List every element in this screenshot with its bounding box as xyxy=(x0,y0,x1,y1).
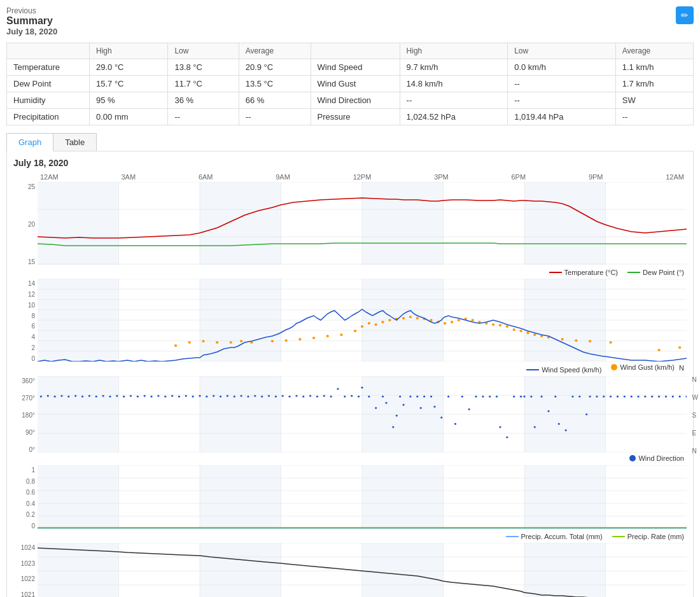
svg-point-106 xyxy=(88,395,90,397)
svg-point-195 xyxy=(658,396,660,398)
pressure-chart-panel: 1024 1023 1022 1021 1020 xyxy=(13,543,687,597)
svg-point-37 xyxy=(202,340,204,342)
svg-point-115 xyxy=(150,396,152,398)
windgust-legend-dot xyxy=(611,364,617,370)
svg-point-73 xyxy=(526,332,529,334)
svg-point-121 xyxy=(192,396,194,398)
svg-point-160 xyxy=(433,406,435,408)
temp-legend-line xyxy=(549,272,562,273)
svg-point-141 xyxy=(330,396,332,398)
svg-point-47 xyxy=(340,334,342,336)
svg-point-56 xyxy=(409,316,412,318)
svg-point-99 xyxy=(40,396,42,398)
wind-chart-svg xyxy=(38,279,687,362)
wind-dir-y-axis: 360° 270° 180° 90° 0° xyxy=(13,376,38,454)
svg-point-114 xyxy=(144,395,146,397)
svg-point-51 xyxy=(375,323,377,326)
svg-point-125 xyxy=(220,396,221,398)
precip-legend: Precip. Accum. Total (mm) Precip. Rate (… xyxy=(13,531,687,543)
svg-point-55 xyxy=(402,317,405,320)
svg-point-107 xyxy=(95,396,97,398)
svg-point-198 xyxy=(679,396,681,398)
svg-point-185 xyxy=(589,396,591,398)
svg-rect-0 xyxy=(38,182,119,265)
svg-point-142 xyxy=(337,388,339,390)
svg-point-110 xyxy=(116,395,118,397)
svg-rect-222 xyxy=(524,543,606,597)
svg-point-118 xyxy=(171,395,173,397)
svg-point-65 xyxy=(471,319,473,321)
svg-point-135 xyxy=(288,396,290,398)
svg-point-168 xyxy=(489,396,491,398)
wind-speed-chart-panel: 14 12 10 8 6 4 2 0 xyxy=(13,279,687,363)
precip-chart-panel: 1 0.8 0.6 0.4 0.2 0 xyxy=(13,465,687,531)
svg-point-48 xyxy=(354,330,356,332)
wind-dir-chart-panel: 360° 270° 180° 90° 0° xyxy=(13,376,687,454)
svg-rect-220 xyxy=(200,543,281,597)
svg-point-38 xyxy=(216,341,218,344)
svg-point-136 xyxy=(295,395,297,397)
svg-point-184 xyxy=(585,414,587,416)
page-title: Summary xyxy=(6,15,57,27)
svg-point-52 xyxy=(381,321,384,323)
svg-point-134 xyxy=(282,395,284,397)
table-row: Humidity 95 % 36 % 66 % Wind Direction -… xyxy=(7,92,694,109)
svg-point-144 xyxy=(351,395,353,397)
svg-point-163 xyxy=(454,423,456,425)
compass-labels: N W S E N xyxy=(692,376,698,454)
svg-point-116 xyxy=(157,395,159,397)
svg-point-43 xyxy=(284,339,287,342)
svg-point-188 xyxy=(610,396,612,398)
svg-point-192 xyxy=(637,396,639,398)
svg-point-148 xyxy=(375,407,377,409)
svg-point-100 xyxy=(47,395,49,397)
svg-point-53 xyxy=(388,319,391,321)
svg-point-132 xyxy=(268,395,270,397)
svg-point-45 xyxy=(312,337,315,339)
svg-point-190 xyxy=(624,396,626,398)
tab-table[interactable]: Table xyxy=(53,134,96,151)
svg-point-154 xyxy=(402,404,404,406)
svg-point-172 xyxy=(513,396,515,398)
svg-point-78 xyxy=(575,339,577,342)
svg-point-165 xyxy=(468,409,470,411)
svg-point-68 xyxy=(492,323,494,326)
svg-point-150 xyxy=(385,402,387,404)
svg-point-189 xyxy=(617,396,619,398)
svg-point-122 xyxy=(199,395,200,397)
svg-point-182 xyxy=(571,396,573,398)
svg-point-69 xyxy=(499,324,501,327)
svg-point-40 xyxy=(240,340,242,342)
edit-button[interactable]: ✏ xyxy=(676,6,694,24)
svg-point-175 xyxy=(530,396,532,398)
svg-point-176 xyxy=(534,426,536,428)
wind-dir-legend: Wind Direction xyxy=(13,454,687,465)
svg-point-104 xyxy=(74,395,76,397)
svg-point-147 xyxy=(368,396,370,398)
tab-graph[interactable]: Graph xyxy=(7,134,53,151)
svg-point-42 xyxy=(271,340,274,342)
svg-point-79 xyxy=(589,340,591,342)
previous-link[interactable]: Previous xyxy=(6,6,57,15)
svg-point-71 xyxy=(513,328,515,331)
svg-rect-202 xyxy=(362,465,444,529)
svg-point-164 xyxy=(461,396,463,398)
svg-point-81 xyxy=(657,349,660,351)
svg-point-155 xyxy=(409,396,411,398)
svg-point-105 xyxy=(81,396,83,398)
svg-point-169 xyxy=(496,396,498,398)
svg-rect-1 xyxy=(200,182,281,265)
windspeed-legend-line xyxy=(526,369,539,370)
svg-point-131 xyxy=(261,396,263,398)
svg-point-145 xyxy=(358,396,360,398)
table-row: Dew Point 15.7 °C 11.7 °C 13.5 °C Wind G… xyxy=(7,76,694,92)
svg-point-173 xyxy=(520,396,522,398)
dewpoint-legend-line xyxy=(627,272,640,273)
svg-point-143 xyxy=(344,396,346,398)
svg-point-129 xyxy=(247,396,249,398)
svg-point-77 xyxy=(561,338,564,341)
svg-point-63 xyxy=(458,319,460,321)
svg-rect-3 xyxy=(524,182,606,265)
svg-point-153 xyxy=(399,396,401,398)
temp-y-axis: 25 20 15 xyxy=(13,182,38,267)
